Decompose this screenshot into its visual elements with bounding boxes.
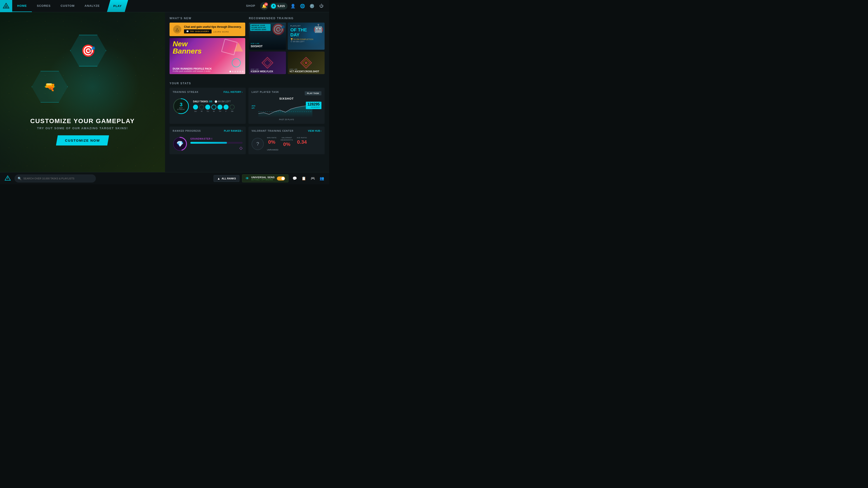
icebox-card[interactable]: AIM LAB ICEBOX WIDE.FLICK bbox=[249, 52, 286, 74]
nav-links: HOME SCORES CUSTOM ANALYZE PLAY SHOP bbox=[12, 0, 260, 12]
playlist-of-the-day-card[interactable]: 🤖 PLAYLIST OF THEDAY 🏆 15 ON COMPLETION … bbox=[288, 23, 325, 50]
search-bar[interactable]: 🔍 bbox=[14, 174, 96, 183]
customize-now-button[interactable]: CUSTOMIZE NOW bbox=[56, 135, 109, 145]
banner-dots bbox=[229, 71, 243, 72]
banner-big-text: NewBanners bbox=[173, 40, 202, 55]
full-history-button[interactable]: FULL HISTORY › bbox=[223, 91, 243, 93]
play-ranked-button[interactable]: PLAY RANKED › bbox=[224, 130, 243, 132]
rank-bar bbox=[190, 142, 227, 144]
icebox-name: ICEBOX WIDE.FLICK bbox=[251, 70, 284, 73]
streak-circle: 3 DAY STREAK bbox=[173, 98, 189, 115]
nav-shop[interactable]: SHOP bbox=[241, 0, 260, 12]
training-streak-label: TRAINING STREAK bbox=[173, 91, 199, 93]
discovery-main-text: Chat and gain useful tips through Discov… bbox=[184, 25, 241, 29]
hex-target: 🎯 bbox=[70, 35, 106, 66]
nav-home[interactable]: HOME bbox=[12, 0, 32, 12]
notification-bell[interactable]: 🔔 30 bbox=[260, 2, 268, 10]
your-stats-section: YOUR STATS TRAINING STREAK FULL HISTORY … bbox=[169, 82, 324, 154]
day-m bbox=[199, 105, 204, 109]
headshots-stat: VALORANTHEADSHOTS 0% bbox=[281, 137, 293, 147]
nav-analyze[interactable]: ANALYZE bbox=[80, 0, 105, 12]
valorant-stats: WIN RATE 0% VALORANTHEADSHOTS 0% K/D RAT… bbox=[267, 137, 307, 151]
day-tu bbox=[205, 105, 210, 109]
nav-play[interactable]: PLAY bbox=[107, 0, 128, 12]
power-icon[interactable]: ⏻ bbox=[317, 2, 326, 10]
rank-icon: 💎 bbox=[173, 137, 187, 151]
sixshot-card[interactable]: 🎯 IMPROVE YOUR SCORE WITH AN OPTIMIZED S… bbox=[249, 23, 286, 50]
day-th bbox=[217, 105, 222, 109]
daily-tasks-label: DAILY TASKS: 5/5 bbox=[193, 100, 212, 103]
right-content: WHAT'S NEW △ Chat and gain useful tips t… bbox=[165, 12, 329, 173]
last-task-name: SIXSHOT bbox=[252, 97, 321, 100]
universal-sens-toggle[interactable]: 👁 UNIVERSAL SENS ACTIVELY OPTIMIZING bbox=[242, 174, 288, 182]
app-logo[interactable] bbox=[0, 0, 12, 12]
hex-gun: 🔫 bbox=[32, 71, 68, 103]
kd-ratio-stat: K/D RATIO 0.34 bbox=[297, 137, 307, 147]
controller-icon[interactable]: 🎮 bbox=[309, 175, 316, 182]
sens-toggle-switch[interactable] bbox=[277, 176, 285, 181]
day-w bbox=[211, 105, 216, 109]
win-rate-value: 0% bbox=[267, 139, 277, 145]
ranked-progress-label: RANKED PROGRESS bbox=[173, 130, 201, 132]
settings-icon[interactable]: ⚙️ bbox=[308, 2, 316, 10]
try-discovery-button[interactable]: 💬 TRY DISCOVERY bbox=[184, 29, 212, 33]
nav-right-controls: 🔔 30 A 5,015 👤 🌐 ⚙️ ⏻ bbox=[260, 2, 329, 10]
score-badge: 128295 10/18/2023 bbox=[306, 102, 321, 109]
hero-hexagons: 🎯 🔫 bbox=[27, 30, 113, 116]
streak-content: 3 DAY STREAK DAILY TASKS: 5/5 🕐 4H 8M LE… bbox=[173, 98, 243, 115]
discovery-card[interactable]: △ Chat and gain useful tips through Disc… bbox=[169, 23, 245, 36]
search-input[interactable] bbox=[23, 177, 93, 180]
vct-tag: AIM LAB bbox=[289, 68, 323, 70]
valorant-training-center-card: VALORANT TRAINING CENTER VIEW HUB › ? WI… bbox=[248, 127, 324, 154]
training-streak-card: TRAINING STREAK FULL HISTORY › 3 DAY STR bbox=[169, 88, 246, 124]
ranked-content: 💎 GRANDMASTER I ◇ bbox=[173, 137, 243, 151]
sixshot-name: SIXSHOT bbox=[251, 45, 263, 48]
avg-up-label: AVGUP! bbox=[252, 105, 255, 109]
bottom-logo bbox=[4, 174, 12, 183]
all-ranks-button[interactable]: ▲ ALL RANKS bbox=[214, 175, 239, 182]
sens-title: UNIVERSAL SENS bbox=[251, 176, 275, 179]
rank-next-icon: ◇ bbox=[239, 145, 243, 151]
banner-card[interactable]: NewBanners DUSK RUNNERS PROFILE PACK Pro… bbox=[169, 38, 245, 74]
view-hub-button[interactable]: VIEW HUB › bbox=[308, 130, 321, 132]
valorant-question-icon: ? bbox=[252, 138, 264, 150]
play-task-button[interactable]: PLAY TASK bbox=[305, 91, 321, 95]
day-streak-label: DAY STREAK bbox=[177, 107, 185, 110]
valorant-rank-label: UNRANKED bbox=[267, 149, 307, 151]
day-f bbox=[223, 105, 228, 109]
hero-text: CUSTOMIZE YOUR GAMEPLAY TRY OUT SOME OF … bbox=[0, 118, 165, 145]
icebox-tag: AIM LAB bbox=[251, 68, 284, 70]
svg-point-2 bbox=[305, 61, 307, 64]
sens-sub: ACTIVELY OPTIMIZING bbox=[251, 179, 275, 181]
sixshot-tag: AIM LAB bbox=[251, 42, 263, 44]
discovery-learn-more[interactable]: LEARN MORE bbox=[213, 31, 229, 33]
hero-title: CUSTOMIZE YOUR GAMEPLAY bbox=[0, 118, 165, 125]
valorant-center-label: VALORANT TRAINING CENTER bbox=[252, 130, 293, 132]
vct-card[interactable]: AIM LAB VCT ASCENT.CROSS.SHOT bbox=[288, 52, 325, 74]
bottom-bar: 🔍 ▲ ALL RANKS 👁 UNIVERSAL SENS ACTIVELY … bbox=[0, 172, 329, 184]
time-left: 🕐 4H 8M LEFT bbox=[215, 100, 231, 103]
vct-name: VCT ASCENT.CROSS.SHOT bbox=[289, 70, 323, 73]
nav-scores[interactable]: SCORES bbox=[32, 0, 56, 12]
whats-new-title: WHAT'S NEW bbox=[169, 17, 245, 20]
recommended-training-section: RECOMMENDED TRAINING 🎯 IMPROVE YOUR SCOR… bbox=[249, 17, 324, 74]
chat-icon[interactable]: 📋 bbox=[300, 175, 307, 182]
search-icon: 🔍 bbox=[18, 177, 22, 180]
currency-display[interactable]: A 5,015 bbox=[270, 3, 287, 9]
rank-info: GRANDMASTER I ◇ bbox=[190, 138, 243, 151]
streak-right: DAILY TASKS: 5/5 🕐 4H 8M LEFT SU M TU W … bbox=[193, 100, 243, 112]
ranked-progress-card: RANKED PROGRESS PLAY RANKED › 💎 GR bbox=[169, 127, 246, 154]
headshots-value: 0% bbox=[281, 141, 293, 147]
hero-subtitle: TRY OUT SOME OF OUR AMAZING TARGET SKINS… bbox=[0, 127, 165, 130]
sens-eye-icon: 👁 bbox=[246, 176, 249, 181]
discovery-icon: △ bbox=[173, 25, 181, 33]
profile-icon[interactable]: 👤 bbox=[289, 2, 297, 10]
recommended-training-title: RECOMMENDED TRAINING bbox=[249, 17, 324, 20]
avatar-icon[interactable]: 🌐 bbox=[298, 2, 307, 10]
nav-custom[interactable]: CUSTOM bbox=[56, 0, 80, 12]
sens-text: UNIVERSAL SENS ACTIVELY OPTIMIZING bbox=[251, 176, 275, 181]
people-icon[interactable]: 👥 bbox=[318, 175, 326, 182]
top-navigation: HOME SCORES CUSTOM ANALYZE PLAY SHOP 🔔 3… bbox=[0, 0, 329, 12]
discord-icon[interactable]: 💬 bbox=[291, 175, 298, 182]
your-stats-title: YOUR STATS bbox=[169, 82, 324, 85]
